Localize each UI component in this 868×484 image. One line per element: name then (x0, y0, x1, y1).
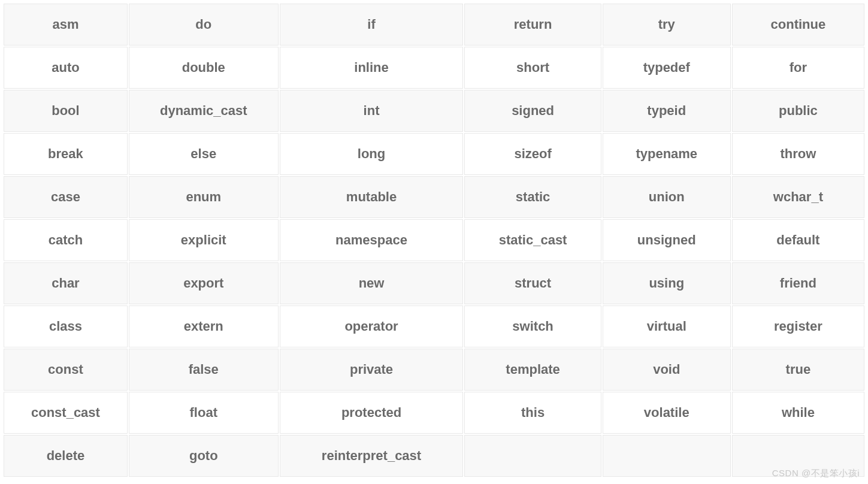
table-row: const false private template void true (4, 349, 864, 391)
table-row: const_cast float protected this volatile… (4, 392, 864, 434)
table-cell: return (464, 4, 601, 46)
table-cell: true (732, 349, 864, 391)
table-cell: operator (280, 305, 464, 347)
table-row: break else long sizeof typename throw (4, 133, 864, 175)
table-cell: catch (4, 219, 128, 261)
table-cell: wchar_t (732, 176, 864, 218)
table-cell: register (732, 305, 864, 347)
keywords-table: asm do if return try continue auto doubl… (2, 2, 866, 478)
table-cell: while (732, 392, 864, 434)
table-cell: namespace (280, 219, 464, 261)
table-cell: class (4, 305, 128, 347)
table-cell: break (4, 133, 128, 175)
table-row: case enum mutable static union wchar_t (4, 176, 864, 218)
table-cell: float (129, 392, 279, 434)
table-cell: mutable (280, 176, 464, 218)
table-cell: for (732, 47, 864, 89)
table-row: class extern operator switch virtual reg… (4, 305, 864, 347)
table-cell: sizeof (464, 133, 601, 175)
table-cell: short (464, 47, 601, 89)
table-cell: friend (732, 262, 864, 304)
table-cell: try (603, 4, 731, 46)
table-cell: dynamic_cast (129, 90, 279, 132)
table-row: delete goto reinterpret_cast (4, 435, 864, 477)
table-cell: inline (280, 47, 464, 89)
table-row: catch explicit namespace static_cast uns… (4, 219, 864, 261)
table-cell: bool (4, 90, 128, 132)
table-cell: else (129, 133, 279, 175)
table-cell: switch (464, 305, 601, 347)
table-body: asm do if return try continue auto doubl… (4, 4, 864, 477)
table-cell: template (464, 349, 601, 391)
table-cell: private (280, 349, 464, 391)
table-cell: typename (603, 133, 731, 175)
table-cell: typedef (603, 47, 731, 89)
table-cell: long (280, 133, 464, 175)
table-cell: public (732, 90, 864, 132)
table-cell: continue (732, 4, 864, 46)
table-cell: export (129, 262, 279, 304)
table-cell: const_cast (4, 392, 128, 434)
table-cell: struct (464, 262, 601, 304)
table-cell: static (464, 176, 601, 218)
table-cell: signed (464, 90, 601, 132)
table-cell: static_cast (464, 219, 601, 261)
table-cell: char (4, 262, 128, 304)
table-cell: do (129, 4, 279, 46)
table-cell: virtual (603, 305, 731, 347)
table-cell: if (280, 4, 464, 46)
table-cell: new (280, 262, 464, 304)
table-cell: throw (732, 133, 864, 175)
table-cell: default (732, 219, 864, 261)
table-row: asm do if return try continue (4, 4, 864, 46)
table-cell: reinterpret_cast (280, 435, 464, 477)
table-cell: enum (129, 176, 279, 218)
table-cell: extern (129, 305, 279, 347)
table-cell: this (464, 392, 601, 434)
table-cell: int (280, 90, 464, 132)
table-cell: auto (4, 47, 128, 89)
table-cell: void (603, 349, 731, 391)
table-cell: volatile (603, 392, 731, 434)
table-cell: const (4, 349, 128, 391)
table-cell: explicit (129, 219, 279, 261)
table-cell: false (129, 349, 279, 391)
table-row: char export new struct using friend (4, 262, 864, 304)
table-cell: goto (129, 435, 279, 477)
table-cell: asm (4, 4, 128, 46)
table-cell: double (129, 47, 279, 89)
table-cell (603, 435, 731, 477)
table-cell (464, 435, 601, 477)
table-cell: protected (280, 392, 464, 434)
table-row: bool dynamic_cast int signed typeid publ… (4, 90, 864, 132)
watermark-text: CSDN @不是笨小孩i (772, 468, 860, 479)
table-cell: unsigned (603, 219, 731, 261)
table-cell: union (603, 176, 731, 218)
table-cell: case (4, 176, 128, 218)
table-row: auto double inline short typedef for (4, 47, 864, 89)
table-cell: typeid (603, 90, 731, 132)
table-cell: using (603, 262, 731, 304)
table-cell: delete (4, 435, 128, 477)
